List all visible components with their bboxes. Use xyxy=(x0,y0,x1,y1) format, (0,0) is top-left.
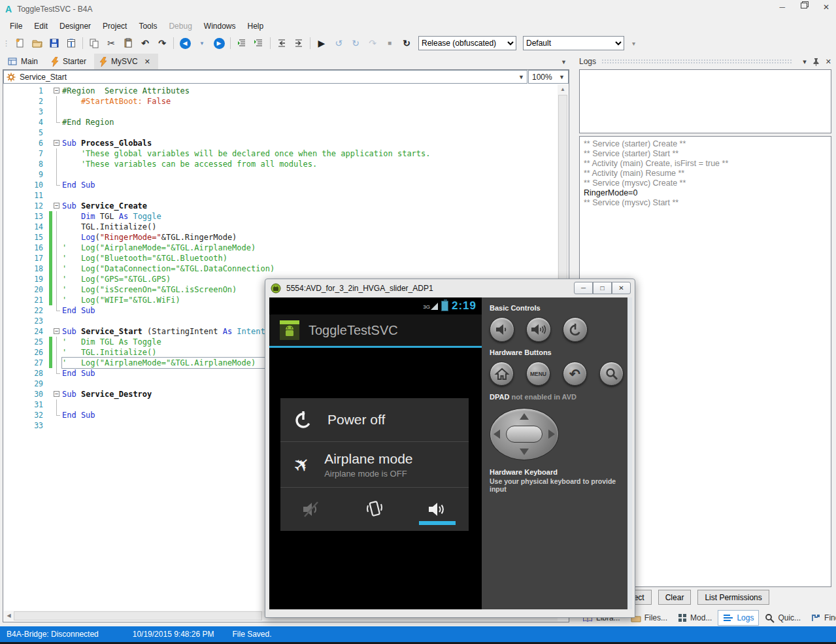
collapse-region-icon[interactable]: − xyxy=(54,140,59,146)
toolbar-grip[interactable]: ⋮ xyxy=(3,39,8,48)
line-number[interactable]: 33 xyxy=(3,420,49,431)
sound-on-button[interactable] xyxy=(406,488,469,531)
redo-icon[interactable]: ↷ xyxy=(154,36,170,50)
menu-designer[interactable]: Designer xyxy=(54,19,97,33)
line-number[interactable]: 11 xyxy=(3,190,49,201)
fold-gutter[interactable]: − xyxy=(52,201,62,211)
dpad-center-button[interactable] xyxy=(506,426,543,443)
paste-icon[interactable] xyxy=(120,36,136,50)
line-number[interactable]: 29 xyxy=(3,379,49,389)
pin-icon[interactable] xyxy=(812,58,820,66)
line-number[interactable]: 18 xyxy=(3,263,49,274)
line-number[interactable]: 5 xyxy=(3,127,49,138)
tool-tab-mod[interactable]: Mod... xyxy=(673,611,716,625)
emulator-maximize-button[interactable]: □ xyxy=(593,282,612,294)
copy-icon[interactable] xyxy=(86,36,102,50)
tab-list-dropdown-icon[interactable]: ▼ xyxy=(561,59,567,65)
back-button[interactable]: ↶ xyxy=(563,362,587,386)
list-permissions-button[interactable]: List Permissions xyxy=(697,590,769,605)
phone-screen[interactable]: 3G 2:19 ToggleTestSVC Power off ✈ Airpla xyxy=(269,297,482,609)
emulator-minimize-button[interactable]: ─ xyxy=(574,282,593,294)
line-number[interactable]: 25 xyxy=(3,337,49,347)
scroll-up-icon[interactable]: ▲ xyxy=(558,84,568,94)
logs-device-box[interactable] xyxy=(579,69,831,133)
fold-gutter[interactable]: − xyxy=(52,86,62,96)
line-number[interactable]: 27 xyxy=(3,358,49,368)
tool-tab-quic[interactable]: Quic... xyxy=(760,611,805,626)
line-number[interactable]: 26 xyxy=(3,347,49,358)
minimize-button[interactable]: ─ xyxy=(779,3,785,12)
save-icon[interactable] xyxy=(46,36,62,50)
silent-mode-button[interactable] xyxy=(280,488,343,531)
tool-tab-find[interactable]: Find... xyxy=(807,611,836,625)
clear-button[interactable]: Clear xyxy=(658,590,692,605)
close-tab-icon[interactable]: ✕ xyxy=(144,58,150,66)
line-number[interactable]: 19 xyxy=(3,274,49,284)
build-configuration-select[interactable]: Release (obfuscated) xyxy=(418,36,516,50)
reformat-code-icon[interactable] xyxy=(234,36,250,50)
dpad-right-icon[interactable] xyxy=(548,430,555,439)
line-number[interactable]: 23 xyxy=(3,316,49,326)
module-filter-select[interactable]: Default xyxy=(523,36,624,50)
close-button[interactable]: ✕ xyxy=(823,3,829,12)
collapse-region-icon[interactable]: − xyxy=(54,328,59,334)
fold-gutter[interactable]: − xyxy=(52,389,62,399)
stop-icon[interactable]: ■ xyxy=(382,36,397,50)
vibrate-mode-button[interactable] xyxy=(343,488,406,531)
tab-main[interactable]: Main xyxy=(3,54,46,69)
line-number[interactable]: 16 xyxy=(3,243,49,253)
power-button[interactable] xyxy=(563,317,588,342)
toolbar-overflow-icon[interactable]: ▾ xyxy=(632,40,635,47)
line-number[interactable]: 9 xyxy=(3,169,49,180)
fold-gutter[interactable]: − xyxy=(52,138,62,148)
menu-tools[interactable]: Tools xyxy=(133,19,163,33)
dpad-down-icon[interactable] xyxy=(520,449,529,455)
line-number[interactable]: 8 xyxy=(3,159,49,169)
menu-help[interactable]: Help xyxy=(242,19,270,33)
line-number[interactable]: 6 xyxy=(3,138,49,148)
menu-edit[interactable]: Edit xyxy=(28,19,54,33)
airplane-mode-option[interactable]: ✈ Airplane mode Airplane mode is OFF xyxy=(280,442,469,488)
line-number[interactable]: 15 xyxy=(3,232,49,243)
back-dropdown-icon[interactable]: ▼ xyxy=(194,36,210,50)
line-number[interactable]: 13 xyxy=(3,211,49,222)
tab-starter[interactable]: Starter xyxy=(46,54,94,69)
restore-button[interactable] xyxy=(801,3,807,8)
emulator-close-button[interactable]: ✕ xyxy=(612,282,631,294)
volume-down-button[interactable] xyxy=(490,317,514,342)
line-number[interactable]: 12 xyxy=(3,201,49,211)
menu-file[interactable]: File xyxy=(4,19,28,33)
collapse-region-icon[interactable]: − xyxy=(54,391,59,397)
shift-right-icon[interactable] xyxy=(291,36,307,50)
line-number[interactable]: 3 xyxy=(3,107,49,117)
menu-project[interactable]: Project xyxy=(97,19,133,33)
navigate-forward-icon[interactable]: ▶ xyxy=(211,36,227,50)
scroll-left-icon[interactable]: ◀ xyxy=(4,611,14,621)
close-panel-icon[interactable]: ✕ xyxy=(826,58,831,66)
power-off-option[interactable]: Power off xyxy=(280,398,469,442)
new-file-icon[interactable] xyxy=(12,36,28,50)
line-number[interactable]: 28 xyxy=(3,368,49,379)
emulator-title-bar[interactable]: 5554:AVD_for_3_2in_HVGA_slider_ADP1 ─ □ … xyxy=(265,279,635,297)
line-number[interactable]: 2 xyxy=(3,96,49,107)
restart-icon[interactable]: ↻ xyxy=(399,36,414,50)
package-icon[interactable] xyxy=(63,36,79,50)
panel-menu-icon[interactable]: ▾ xyxy=(803,58,807,66)
line-number[interactable]: 32 xyxy=(3,410,49,420)
shift-left-icon[interactable] xyxy=(274,36,290,50)
line-number[interactable]: 20 xyxy=(3,284,49,295)
line-number[interactable]: 10 xyxy=(3,180,49,190)
resume-icon[interactable]: ↺ xyxy=(331,36,346,50)
volume-up-button[interactable] xyxy=(526,317,551,342)
horizontal-scroll-thumb[interactable] xyxy=(14,611,262,620)
line-number[interactable]: 22 xyxy=(3,305,49,316)
tab-mysvc[interactable]: MySVC✕ xyxy=(94,54,158,69)
tool-tab-logs[interactable]: Logs xyxy=(718,610,759,626)
comment-code-icon[interactable] xyxy=(251,36,267,50)
cut-icon[interactable]: ✂ xyxy=(103,36,119,50)
line-number[interactable]: 4 xyxy=(3,117,49,127)
line-number[interactable]: 17 xyxy=(3,253,49,263)
line-number[interactable]: 14 xyxy=(3,222,49,232)
collapse-region-icon[interactable]: − xyxy=(54,88,59,93)
open-folder-icon[interactable] xyxy=(29,36,45,50)
